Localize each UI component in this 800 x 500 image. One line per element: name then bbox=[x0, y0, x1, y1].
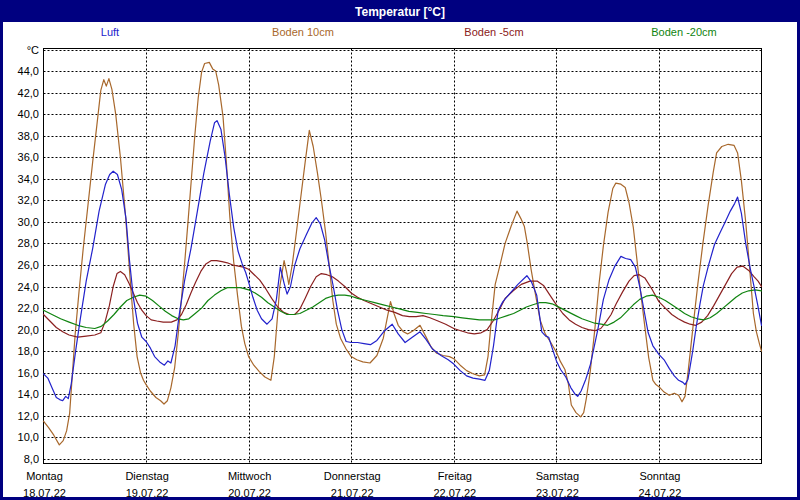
date-label: 22.07.22 bbox=[433, 487, 476, 499]
day-label: Mittwoch bbox=[228, 470, 271, 482]
day-label: Montag bbox=[26, 470, 63, 482]
x-axis-labels: Montag18.07.22Dienstag19.07.22Mittwoch20… bbox=[23, 470, 681, 499]
y-tick-label: 8,0 bbox=[24, 453, 39, 465]
y-tick-label: 44,0 bbox=[18, 65, 39, 77]
series-lines bbox=[44, 62, 762, 445]
date-label: 23.07.22 bbox=[536, 487, 579, 499]
y-axis-labels: °C44,042,040,038,036,034,032,030,028,026… bbox=[18, 44, 39, 465]
y-tick-label: 28,0 bbox=[18, 237, 39, 249]
y-tick-label: 14,0 bbox=[18, 388, 39, 400]
day-label: Dienstag bbox=[125, 470, 168, 482]
date-label: 18.07.22 bbox=[23, 487, 66, 499]
y-tick-label: 12,0 bbox=[18, 410, 39, 422]
date-label: 19.07.22 bbox=[126, 487, 169, 499]
day-label: Freitag bbox=[438, 470, 472, 482]
y-tick-label: 26,0 bbox=[18, 259, 39, 271]
gridlines bbox=[44, 49, 762, 464]
y-tick-label: 34,0 bbox=[18, 173, 39, 185]
day-label: Samstag bbox=[536, 470, 579, 482]
date-label: 20.07.22 bbox=[228, 487, 271, 499]
series-boden-10cm bbox=[44, 62, 762, 445]
y-tick-label: 20,0 bbox=[18, 324, 39, 336]
day-label: Donnerstag bbox=[324, 470, 381, 482]
y-tick-label: 22,0 bbox=[18, 302, 39, 314]
app-window: Temperatur [°C] LuftBoden 10cmBoden -5cm… bbox=[0, 0, 800, 500]
y-tick-label: 38,0 bbox=[18, 130, 39, 142]
day-label: Sonntag bbox=[639, 470, 680, 482]
y-tick-label: 36,0 bbox=[18, 151, 39, 163]
series-luft bbox=[44, 121, 762, 401]
date-label: 24.07.22 bbox=[638, 487, 681, 499]
y-tick-label: 42,0 bbox=[18, 87, 39, 99]
y-tick-label: 30,0 bbox=[18, 216, 39, 228]
y-tick-label: 10,0 bbox=[18, 431, 39, 443]
y-tick-label: 40,0 bbox=[18, 108, 39, 120]
y-tick-label: 18,0 bbox=[18, 345, 39, 357]
plot-border bbox=[44, 49, 762, 464]
date-label: 21.07.22 bbox=[331, 487, 374, 499]
series-boden-20cm bbox=[44, 288, 762, 329]
chart-svg: °C44,042,040,038,036,034,032,030,028,026… bbox=[3, 3, 800, 500]
y-tick-label: 32,0 bbox=[18, 194, 39, 206]
y-tick-label: 16,0 bbox=[18, 367, 39, 379]
y-axis-unit: °C bbox=[27, 44, 39, 56]
y-tick-label: 24,0 bbox=[18, 281, 39, 293]
